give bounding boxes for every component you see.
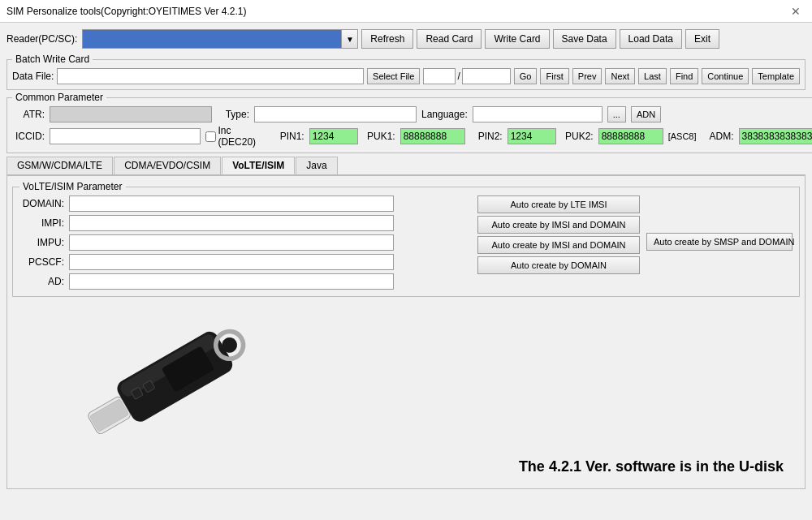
batch-write-row: Data File: Select File / Go First Prev N…: [12, 67, 800, 86]
reader-combo-wrapper: ▼: [82, 29, 358, 49]
impi-input[interactable]: [69, 215, 394, 231]
puk1-label: PUK1:: [363, 131, 395, 142]
save-data-button[interactable]: Save Data: [553, 29, 616, 49]
usb-image: [37, 305, 280, 467]
pcscf-label: PCSCF:: [19, 256, 64, 268]
inc-checkbox-label[interactable]: Inc (DEC20): [205, 125, 266, 148]
type-input[interactable]: [254, 106, 417, 122]
pcscf-row: PCSCF:: [19, 254, 466, 270]
volte-auto-buttons: Auto create by LTE IMSI Auto create by I…: [477, 196, 640, 293]
atr-label: ATR:: [12, 109, 45, 120]
volte-panel: VoLTE/ISIM Parameter DOMAIN: IMPI:: [6, 175, 806, 489]
go-button[interactable]: Go: [514, 68, 538, 84]
volte-fieldset: VoLTE/ISIM Parameter DOMAIN: IMPI:: [12, 181, 800, 297]
language-label: Language:: [421, 109, 468, 120]
inc-label: Inc (DEC20): [218, 125, 266, 148]
ad-row: AD:: [19, 273, 466, 290]
data-file-input[interactable]: [57, 68, 364, 84]
iccid-label: ICCID:: [12, 131, 45, 142]
tab-cdma[interactable]: CDMA/EVDO/CSIM: [114, 157, 221, 174]
tab-volte-label: VoLTE/ISIM: [232, 160, 284, 171]
pin2-input[interactable]: [508, 128, 556, 144]
auto-imsi-domain-button[interactable]: Auto create by IMSI and DOMAIN: [477, 216, 640, 234]
exit-button[interactable]: Exit: [685, 29, 719, 49]
batch-write-group: Batch Write Card Data File: Select File …: [6, 54, 806, 90]
reader-dropdown[interactable]: [82, 29, 342, 49]
reader-label: Reader(PC/SC):: [6, 33, 77, 45]
window-title: SIM Personalize tools(Copyright:OYEITIME…: [6, 6, 246, 17]
ad-label: AD:: [19, 276, 64, 287]
last-button[interactable]: Last: [638, 68, 667, 84]
impu-row: IMPU:: [19, 234, 466, 251]
tab-gsm[interactable]: GSM/W/CDMA/LTE: [6, 157, 113, 174]
iccid-input[interactable]: [50, 128, 201, 144]
language-input[interactable]: [473, 106, 603, 122]
domain-input[interactable]: [69, 196, 394, 212]
write-card-button[interactable]: Write Card: [485, 29, 549, 49]
inc-checkbox[interactable]: [205, 131, 216, 142]
auto-domain-button[interactable]: Auto create by DOMAIN: [477, 256, 640, 274]
bottom-area: The 4.2.1 Ver. software is in the U-disk: [12, 297, 800, 483]
continue-button[interactable]: Continue: [702, 68, 749, 84]
pin1-input[interactable]: [309, 128, 358, 144]
main-content: Reader(PC/SC): ▼ Refresh Read Card Write…: [0, 23, 812, 492]
tab-cdma-label: CDMA/EVDO/CSIM: [124, 160, 210, 171]
impu-input[interactable]: [69, 234, 394, 251]
pcscf-input[interactable]: [69, 254, 394, 270]
auto-lte-button[interactable]: Auto create by LTE IMSI: [477, 196, 640, 213]
puk2-label: PUK2:: [561, 131, 594, 142]
type-label: Type:: [217, 109, 249, 120]
domain-label: DOMAIN:: [19, 198, 64, 209]
load-data-button[interactable]: Load Data: [620, 29, 682, 49]
auto-smsp-button[interactable]: Auto create by SMSP and DOMAIN: [646, 233, 793, 251]
asc8-label: [ASC8]: [668, 131, 697, 141]
read-card-button[interactable]: Read Card: [417, 29, 482, 49]
refresh-button[interactable]: Refresh: [361, 29, 413, 49]
template-button[interactable]: Template: [752, 68, 800, 84]
adm-input[interactable]: [739, 128, 812, 144]
page-inputs: /: [423, 68, 510, 84]
common-param-inner: ATR: Type: Language: ... ADN ICCID: Inc …: [12, 105, 812, 149]
page-current-input[interactable]: [423, 68, 456, 84]
first-button[interactable]: First: [540, 68, 568, 84]
language-browse-button[interactable]: ...: [607, 106, 626, 122]
pin1-label: PIN1:: [272, 131, 304, 142]
reader-dropdown-arrow[interactable]: ▼: [342, 29, 358, 49]
param-row-2: ICCID: Inc (DEC20) PIN1: PUK1: PIN2: PUK…: [12, 125, 812, 148]
puk1-input[interactable]: [400, 128, 465, 144]
ad-input[interactable]: [69, 273, 394, 290]
impu-label: IMPU:: [19, 237, 64, 248]
volte-content: DOMAIN: IMPI: IMPU: PCSCF:: [19, 196, 793, 293]
next-button[interactable]: Next: [605, 68, 635, 84]
tab-java-label: Java: [306, 160, 326, 171]
batch-write-legend: Batch Write Card: [12, 54, 93, 65]
data-file-label: Data File:: [12, 71, 54, 82]
volte-fields: DOMAIN: IMPI: IMPU: PCSCF:: [19, 196, 466, 293]
impi-label: IMPI:: [19, 217, 64, 229]
close-button[interactable]: ✕: [786, 3, 806, 19]
volte-legend: VoLTE/ISIM Parameter: [19, 181, 126, 192]
tab-bar: GSM/W/CDMA/LTE CDMA/EVDO/CSIM VoLTE/ISIM…: [6, 157, 806, 175]
page-separator: /: [457, 71, 460, 82]
prev-button[interactable]: Prev: [572, 68, 603, 84]
pin2-label: PIN2:: [470, 131, 503, 142]
impi-row: IMPI:: [19, 215, 466, 231]
find-button[interactable]: Find: [670, 68, 698, 84]
auto-imsi-domain2-button[interactable]: Auto create by IMSI and DOMAIN: [477, 236, 640, 254]
tab-gsm-label: GSM/W/CDMA/LTE: [17, 160, 102, 171]
tab-java[interactable]: Java: [296, 157, 337, 174]
toolbar: Reader(PC/SC): ▼ Refresh Read Card Write…: [3, 26, 809, 52]
bottom-message: The 4.2.1 Ver. software is in the U-disk: [519, 458, 784, 475]
param-row-1: ATR: Type: Language: ... ADN: [12, 106, 812, 122]
common-param-legend: Common Parameter: [12, 92, 106, 103]
adn-button[interactable]: ADN: [631, 106, 661, 122]
title-bar: SIM Personalize tools(Copyright:OYEITIME…: [0, 0, 812, 23]
atr-input[interactable]: [50, 106, 212, 122]
adm-label: ADM:: [702, 131, 734, 142]
common-param-group: Common Parameter ATR: Type: Language: ..…: [6, 92, 812, 153]
puk2-input[interactable]: [598, 128, 663, 144]
tab-volte[interactable]: VoLTE/ISIM: [222, 157, 295, 174]
volte-smsp-area: Auto create by SMSP and DOMAIN: [646, 196, 793, 293]
page-total-input[interactable]: [462, 68, 511, 84]
select-file-button[interactable]: Select File: [367, 68, 420, 84]
